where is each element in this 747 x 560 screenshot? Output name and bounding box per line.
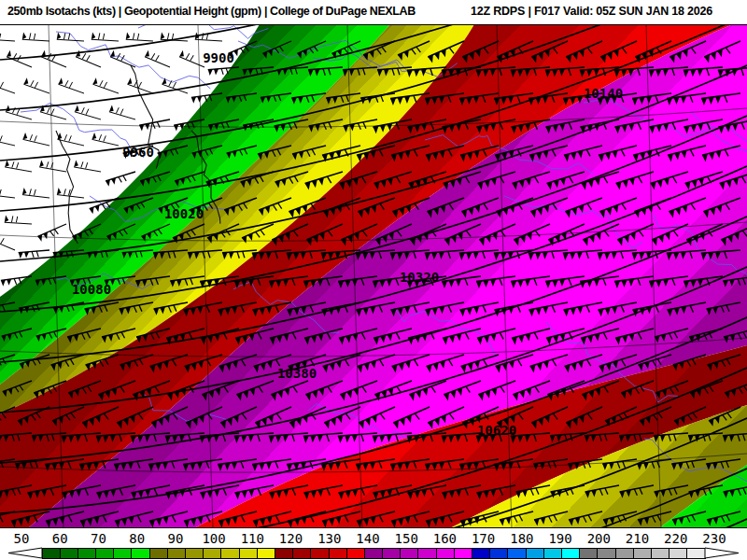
- colorbar-tick-label: 100: [202, 531, 225, 546]
- colorbar-tick-label: 70: [91, 531, 106, 546]
- chart-title: 250mb Isotachs (kts) | Geopotential Heig…: [7, 5, 416, 18]
- colorbar-cell: [687, 548, 705, 558]
- colorbar-cell: [651, 548, 669, 558]
- colorbar-cell: [60, 548, 78, 558]
- colorbar-cells: [42, 548, 705, 558]
- colorbar-cell: [78, 548, 95, 558]
- colorbar-cell: [311, 548, 329, 558]
- colorbar-tick-label: 60: [52, 531, 68, 546]
- height-contour-label: 10080: [72, 282, 111, 297]
- colorbar-right-arrow: [705, 548, 739, 558]
- colorbar-tick-label: 220: [664, 531, 687, 546]
- colorbar-tick-label: 110: [241, 531, 264, 546]
- colorbar-cell: [132, 548, 149, 558]
- colorbar-cell: [149, 548, 167, 558]
- colorbar-tick-label: 120: [279, 531, 303, 546]
- colorbar-cell: [42, 548, 60, 558]
- colorbar-tick-label: 140: [356, 531, 379, 546]
- colorbar-cell: [275, 548, 292, 558]
- height-contour-label: 10620: [477, 423, 516, 438]
- colorbar-cell: [598, 548, 615, 558]
- title-bar: 250mb Isotachs (kts) | Geopotential Heig…: [0, 0, 747, 24]
- colorbar-cell: [526, 548, 543, 558]
- colorbar-cell: [239, 548, 257, 558]
- height-contour-label: 9960: [122, 145, 154, 160]
- colorbar-cell: [346, 548, 364, 558]
- height-contour-label: 10380: [277, 366, 317, 381]
- colorbar-cell: [329, 548, 346, 558]
- colorbar-tick-label: 150: [395, 531, 418, 546]
- colorbar-cell: [364, 548, 382, 558]
- colorbar-tick-label: 50: [14, 531, 30, 546]
- colorbar-cell: [401, 548, 418, 558]
- colorbar-tick-label: 180: [510, 531, 533, 546]
- isotach-colorbar: 5060708090100110120130140150160170180190…: [0, 528, 747, 560]
- colorbar-cell: [96, 548, 114, 558]
- colorbar-cell: [615, 548, 633, 558]
- colorbar-tick-label: 130: [317, 531, 341, 546]
- colorbar-cell: [454, 548, 472, 558]
- colorbar-tick-label: 90: [167, 531, 183, 546]
- colorbar-tick-label: 80: [129, 531, 145, 546]
- colorbar-tick-label: 230: [702, 531, 726, 546]
- height-contour-label: 10020: [164, 206, 204, 221]
- height-contour-label: 10140: [584, 86, 623, 101]
- colorbar-cell: [221, 548, 239, 558]
- colorbar-cell: [472, 548, 490, 558]
- colorbar-cell: [436, 548, 454, 558]
- colorbar-cell: [204, 548, 221, 558]
- colorbar-cell: [186, 548, 204, 558]
- colorbar-tick-label: 200: [587, 531, 611, 546]
- colorbar-cell: [543, 548, 561, 558]
- colorbar-tick-label: 160: [433, 531, 457, 546]
- weather-chart-frame: 250mb Isotachs (kts) | Geopotential Heig…: [0, 0, 747, 560]
- height-contour-label: 10320: [400, 270, 439, 285]
- colorbar-tick-labels: 5060708090100110120130140150160170180190…: [14, 531, 726, 546]
- colorbar-tick-label: 210: [626, 531, 649, 546]
- colorbar-cell: [167, 548, 185, 558]
- colorbar-cell: [490, 548, 508, 558]
- colorbar-cell: [293, 548, 311, 558]
- colorbar-cell: [561, 548, 579, 558]
- colorbar-left-arrow: [8, 548, 42, 558]
- colorbar-cell: [580, 548, 598, 558]
- colorbar-cell: [257, 548, 275, 558]
- colorbar-cell: [669, 548, 687, 558]
- colorbar-cell: [508, 548, 526, 558]
- colorbar-tick-label: 190: [548, 531, 571, 546]
- isotach-height-map: 99009960100201008010140103201038010620: [0, 24, 747, 528]
- colorbar-cell: [114, 548, 132, 558]
- colorbar-cell: [418, 548, 436, 558]
- height-contour-label: 9900: [203, 50, 234, 65]
- colorbar-cell: [633, 548, 651, 558]
- chart-valid-time: 12Z RDPS | F017 Valid: 05Z SUN JAN 18 20…: [471, 5, 712, 18]
- colorbar-tick-label: 170: [472, 531, 495, 546]
- colorbar-cell: [383, 548, 401, 558]
